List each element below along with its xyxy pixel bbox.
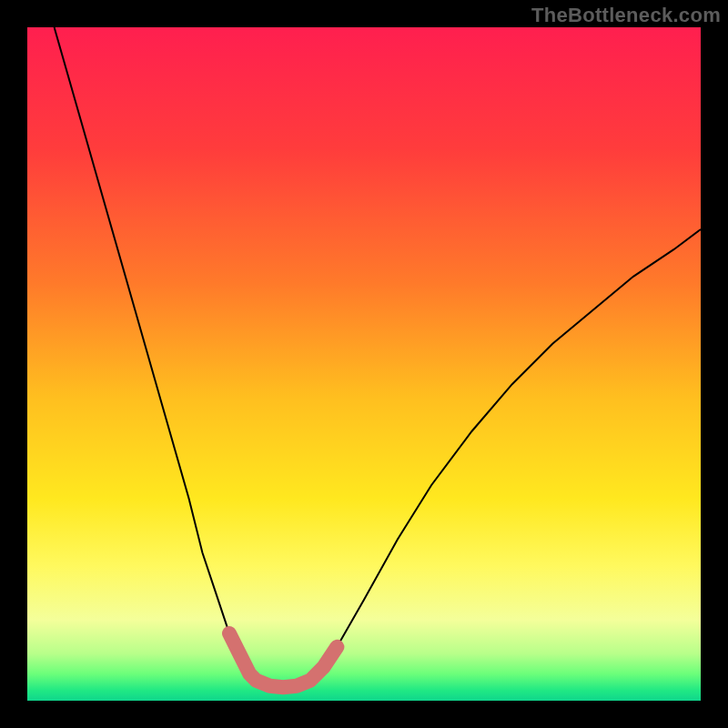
chart-frame: TheBottleneck.com bbox=[0, 0, 728, 728]
plot-area bbox=[27, 27, 701, 701]
watermark-text: TheBottleneck.com bbox=[531, 4, 721, 27]
bottleneck-curve bbox=[27, 27, 701, 701]
